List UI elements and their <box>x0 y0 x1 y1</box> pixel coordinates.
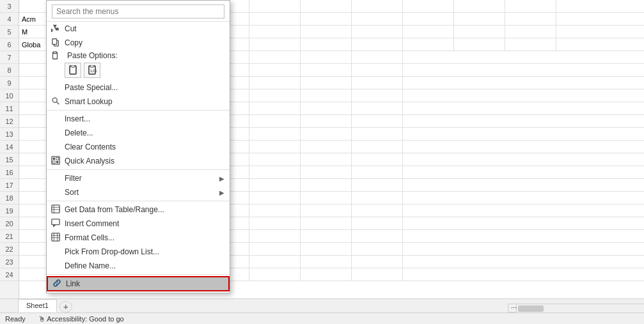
row-num-11: 11 <box>0 102 19 115</box>
cell-i4[interactable] <box>454 13 505 26</box>
row-num-6: 6 <box>0 38 19 51</box>
paste-btn-1[interactable] <box>65 63 81 78</box>
sort-arrow-icon: ▶ <box>219 189 224 196</box>
menu-item-clear-contents-label: Clear Contents <box>65 143 116 151</box>
svg-rect-12 <box>53 157 56 160</box>
cell-h5[interactable] <box>403 26 454 38</box>
format-cells-icon <box>51 233 61 243</box>
menu-search-input[interactable] <box>52 4 224 19</box>
sheet-tab-sheet1[interactable]: Sheet1 <box>18 299 57 312</box>
menu-item-filter-label: Filter <box>65 174 82 183</box>
menu-item-get-data[interactable]: Get Data from Table/Range... <box>47 203 230 217</box>
add-sheet-button[interactable]: + <box>59 301 72 312</box>
menu-item-delete[interactable]: Delete... <box>47 126 230 140</box>
cell-e3[interactable] <box>249 0 301 13</box>
menu-item-insert-label: Insert... <box>65 114 90 123</box>
menu-item-insert-comment[interactable]: Insert Comment <box>47 217 230 231</box>
menu-item-sort[interactable]: Sort ▶ <box>47 185 230 199</box>
accessibility-label: 🖱 Accessibility: Good to go <box>38 315 124 323</box>
menu-item-delete-label: Delete... <box>65 128 93 137</box>
menu-item-paste-special-label: Paste Special... <box>65 83 118 92</box>
quick-analysis-icon <box>51 156 61 167</box>
svg-rect-1 <box>52 38 57 44</box>
row-num-14: 14 <box>0 141 19 153</box>
menu-separator-2 <box>47 169 230 170</box>
horizontal-scrollbar[interactable] <box>516 304 644 312</box>
row-num-8: 8 <box>0 64 19 77</box>
menu-item-sort-label: Sort <box>65 188 79 197</box>
svg-point-9 <box>52 98 57 102</box>
row-num-23: 23 <box>0 256 19 268</box>
menu-item-pick-dropdown-label: Pick From Drop-down List... <box>65 247 159 256</box>
row-num-5: 5 <box>0 26 19 38</box>
svg-rect-13 <box>56 157 59 160</box>
cell-j6[interactable] <box>505 38 556 51</box>
filter-arrow-icon: ▶ <box>219 175 224 182</box>
paste-icons-row: 123 <box>47 61 230 81</box>
context-menu: Cut Copy Paste Options: 123 Paste <box>46 0 230 293</box>
row-num-7: 7 <box>0 51 19 64</box>
cell-j3[interactable] <box>505 0 556 13</box>
menu-item-filter[interactable]: Filter ▶ <box>47 171 230 185</box>
menu-item-cut[interactable]: Cut <box>47 22 230 36</box>
menu-item-quick-analysis[interactable]: Quick Analysis <box>47 154 230 168</box>
menu-separator-1 <box>47 110 230 111</box>
cell-e6[interactable] <box>249 38 301 51</box>
cell-e5[interactable] <box>249 26 301 38</box>
insert-comment-icon <box>51 219 61 229</box>
menu-item-insert-comment-label: Insert Comment <box>65 219 119 228</box>
cell-h6[interactable] <box>403 38 454 51</box>
menu-item-paste-special[interactable]: Paste Special... <box>47 81 230 95</box>
menu-item-get-data-label: Get Data from Table/Range... <box>65 205 164 214</box>
cell-g4[interactable] <box>352 13 403 26</box>
row-num-18: 18 <box>0 192 19 204</box>
menu-item-insert[interactable]: Insert... <box>47 112 230 126</box>
row-num-16: 16 <box>0 166 19 179</box>
menu-item-format-cells-label: Format Cells... <box>65 233 114 242</box>
cell-h3[interactable] <box>403 0 454 13</box>
cell-f5[interactable] <box>301 26 352 38</box>
svg-line-10 <box>56 102 59 104</box>
ready-label: Ready <box>5 315 26 323</box>
svg-rect-16 <box>52 204 59 212</box>
row-num-13: 13 <box>0 128 19 141</box>
menu-item-quick-analysis-label: Quick Analysis <box>65 157 114 166</box>
menu-item-clear-contents[interactable]: Clear Contents <box>47 140 230 154</box>
row-num-21: 21 <box>0 230 19 243</box>
svg-rect-7 <box>90 65 94 67</box>
cell-e4[interactable] <box>249 13 301 26</box>
status-bar: Ready 🖱 Accessibility: Good to go <box>0 312 644 324</box>
paste-btn-2[interactable]: 123 <box>84 63 100 78</box>
cell-g5[interactable] <box>352 26 403 38</box>
menu-item-format-cells[interactable]: Format Cells... <box>47 231 230 245</box>
menu-item-define-name[interactable]: Define Name... <box>47 259 230 273</box>
cell-f3[interactable] <box>301 0 352 13</box>
menu-item-copy[interactable]: Copy <box>47 36 230 50</box>
menu-item-smart-lookup[interactable]: Smart Lookup <box>47 95 230 109</box>
smart-lookup-icon <box>51 96 61 107</box>
svg-rect-21 <box>52 233 59 240</box>
cell-g6[interactable] <box>352 38 403 51</box>
cell-f4[interactable] <box>301 13 352 26</box>
copy-icon <box>51 38 61 49</box>
row-num-22: 22 <box>0 243 19 256</box>
menu-item-link-label: Link <box>66 279 80 288</box>
menu-item-link[interactable]: Link <box>47 276 230 291</box>
get-data-icon <box>51 204 61 215</box>
cell-h4[interactable] <box>403 13 454 26</box>
cell-j4[interactable] <box>505 13 556 26</box>
cell-g3[interactable] <box>352 0 403 13</box>
cell-f6[interactable] <box>301 38 352 51</box>
row-num-12: 12 <box>0 115 19 128</box>
paste-icon <box>51 51 59 62</box>
row-num-15: 15 <box>0 153 19 166</box>
row-num-4: 4 <box>0 13 19 26</box>
menu-item-cut-label: Cut <box>65 24 77 33</box>
cell-j5[interactable] <box>505 26 556 38</box>
paste-options-text: Paste Options: <box>67 51 118 60</box>
cell-i6[interactable] <box>454 38 505 51</box>
cell-i3[interactable] <box>454 0 505 13</box>
menu-item-pick-dropdown[interactable]: Pick From Drop-down List... <box>47 245 230 259</box>
row-num-10: 10 <box>0 89 19 102</box>
cell-i5[interactable] <box>454 26 505 38</box>
